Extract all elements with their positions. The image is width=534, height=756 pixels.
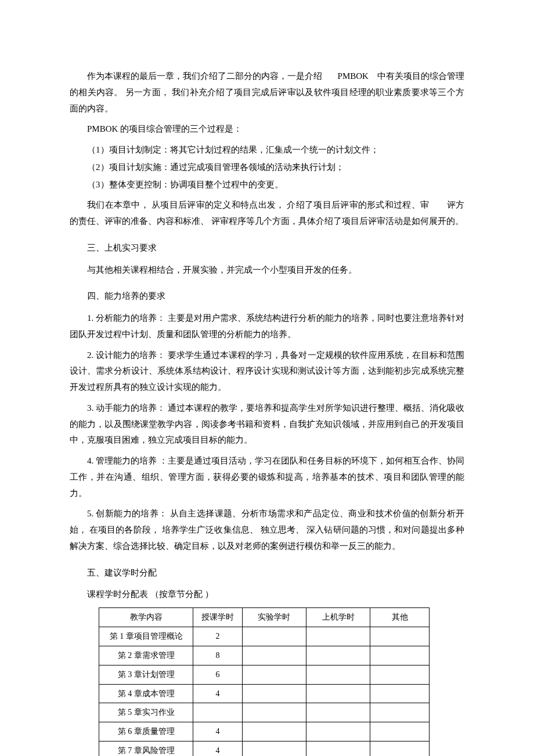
table-row: 第 7 章风险管理 4: [99, 741, 430, 756]
th-lab: 上机学时: [306, 608, 370, 627]
cell-lecture: 2: [193, 627, 242, 646]
cell-lab: [306, 722, 370, 741]
cell-other: [370, 646, 430, 665]
cell-lecture: 8: [193, 646, 242, 665]
section-3-body: 与其他相关课程相结合，开展实验，并完成一个小型项目开发的任务。: [70, 262, 464, 278]
document-page: 作为本课程的最后一章，我们介绍了二部分的内容，一是介绍 PMBOK 中有关项目的…: [0, 0, 534, 756]
cell-exp: [242, 722, 306, 741]
intro-p1-part-b: PMBOK: [338, 71, 369, 81]
cell-exp: [242, 627, 306, 646]
cell-other: [370, 627, 430, 646]
cell-exp: [242, 665, 306, 684]
cell-content: 第 2 章需求管理: [99, 646, 193, 665]
pmbok-processes-heading: PMBOK 的项目综合管理的三个过程是：: [70, 121, 464, 138]
cell-lecture: 4: [193, 684, 242, 703]
section-4-title: 四、能力培养的要求: [87, 288, 464, 305]
cell-lab: [306, 741, 370, 756]
ability-analysis: 1. 分析能力的培养： 主要是对用户需求、系统结构进行分析的能力的培养，同时也要…: [70, 310, 464, 343]
ability-handson: 3. 动手能力的培养： 通过本课程的教学，要培养和提高学生对所学知识进行整理、概…: [70, 400, 464, 448]
process-item-2: （2）项目计划实施：通过完成项目管理各领域的活动来执行计划；: [87, 160, 464, 176]
cell-lab: [306, 627, 370, 646]
cell-lab: [306, 703, 370, 722]
cell-other: [370, 703, 430, 722]
table-row: 第 2 章需求管理 8: [99, 646, 430, 665]
cell-content: 第 1 章项目管理概论: [99, 627, 193, 646]
th-exp: 实验学时: [242, 608, 306, 627]
ability-innovation: 5. 创新能力的培养： 从自主选择课题、分析市场需求和产品定位、商业和技术价值的…: [70, 506, 464, 554]
cell-lecture: 4: [193, 722, 242, 741]
cell-lab: [306, 646, 370, 665]
table-row: 第 6 章质量管理 4: [99, 722, 430, 741]
cell-lab: [306, 684, 370, 703]
ability-design: 2. 设计能力的培养： 要求学生通过本课程的学习，具备对一定规模的软件应用系统，…: [70, 348, 464, 396]
cell-other: [370, 684, 430, 703]
cell-other: [370, 722, 430, 741]
cell-content: 第 7 章风险管理: [99, 741, 193, 756]
ability-management: 4. 管理能力的培养 ：主要是通过项目活动，学习在团队和任务目标的环境下，如何相…: [70, 453, 464, 501]
th-content: 教学内容: [99, 608, 193, 627]
table-row: 第 4 章成本管理 4: [99, 684, 430, 703]
cell-content: 第 5 章实习作业: [99, 703, 193, 722]
cell-exp: [242, 646, 306, 665]
cell-exp: [242, 684, 306, 703]
table-caption: 课程学时分配表 （按章节分配 ）: [70, 587, 464, 603]
cell-lab: [306, 665, 370, 684]
section-5-title: 五、建议学时分配: [87, 565, 464, 581]
th-other: 其他: [370, 608, 430, 627]
cell-other: [370, 665, 430, 684]
hours-allocation-table: 教学内容 授课学时 实验学时 上机学时 其他 第 1 章项目管理概论 2 第 2…: [99, 607, 430, 756]
table-body: 第 1 章项目管理概论 2 第 2 章需求管理 8 第 3 章计划管理 6: [99, 627, 430, 756]
cell-other: [370, 741, 430, 756]
table-header-row: 教学内容 授课学时 实验学时 上机学时 其他: [99, 608, 430, 627]
cell-exp: [242, 703, 306, 722]
post-review-paragraph: 我们在本章中， 从项目后评审的定义和特点出发， 介绍了项目后评审的形式和过程、审…: [70, 197, 464, 230]
th-lecture: 授课学时: [193, 608, 242, 627]
cell-exp: [242, 741, 306, 756]
process-item-1: （1）项目计划制定：将其它计划过程的结果，汇集成一个统一的计划文件；: [87, 142, 464, 158]
cell-content: 第 3 章计划管理: [99, 665, 193, 684]
table-row: 第 3 章计划管理 6: [99, 665, 430, 684]
cell-lecture: [193, 703, 242, 722]
cell-lecture: 4: [193, 741, 242, 756]
intro-paragraph-1: 作为本课程的最后一章，我们介绍了二部分的内容，一是介绍 PMBOK 中有关项目的…: [70, 68, 464, 117]
table-row: 第 1 章项目管理概论 2: [99, 627, 430, 646]
intro-p1-part-a: 作为本课程的最后一章，我们介绍了二部分的内容，一是介绍: [87, 71, 322, 81]
section-3-title: 三、上机实习要求: [87, 240, 464, 256]
cell-content: 第 4 章成本管理: [99, 684, 193, 703]
process-item-3: （3）整体变更控制：协调项目整个过程中的变更。: [87, 177, 464, 193]
cell-content: 第 6 章质量管理: [99, 722, 193, 741]
cell-lecture: 6: [193, 665, 242, 684]
table-row: 第 5 章实习作业: [99, 703, 430, 722]
